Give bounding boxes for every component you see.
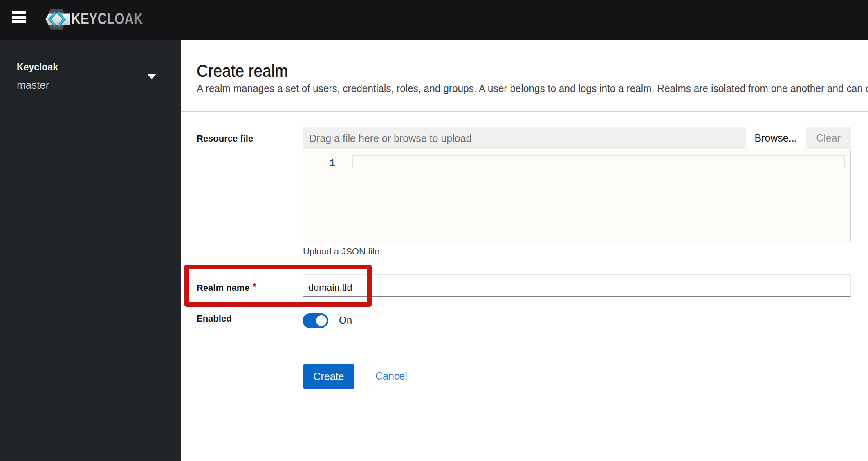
svg-text:KEYCLOAK: KEYCLOAK [72, 10, 143, 27]
